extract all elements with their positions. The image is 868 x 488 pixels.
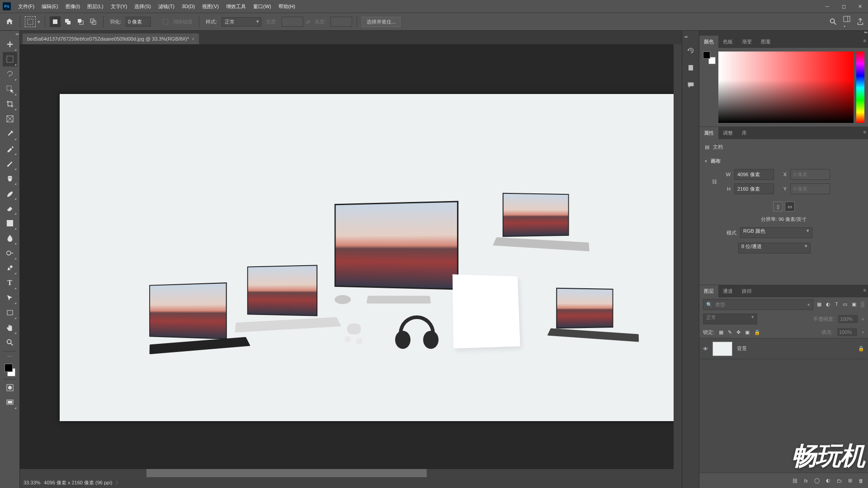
filter-toggle-icon[interactable] <box>861 301 864 308</box>
menu-help[interactable]: 帮助(H) <box>275 1 299 12</box>
lasso-tool[interactable] <box>3 67 17 81</box>
menu-select[interactable]: 选择(S) <box>131 1 155 12</box>
layer-item-background[interactable]: 👁 背景 🔒 <box>699 338 868 359</box>
quick-select-tool[interactable] <box>3 82 17 96</box>
hue-slider[interactable] <box>856 52 864 123</box>
lock-brush-icon[interactable]: ✎ <box>728 329 732 335</box>
panel-menu-icon[interactable]: ≡ <box>863 287 866 293</box>
tab-channels[interactable]: 通道 <box>718 285 737 297</box>
selection-new-icon[interactable] <box>50 16 61 27</box>
brush-tool[interactable] <box>3 156 17 171</box>
canvas-height-input[interactable] <box>734 183 774 194</box>
status-menu-icon[interactable]: 〉 <box>116 479 121 486</box>
frame-tool[interactable] <box>3 112 17 126</box>
tab-color[interactable]: 颜色 <box>699 36 718 48</box>
layer-mask-icon[interactable]: ◯ <box>814 478 820 483</box>
link-wh-icon[interactable]: ⛓ <box>712 179 717 184</box>
search-icon[interactable] <box>829 18 837 26</box>
orientation-landscape-icon[interactable]: ▭ <box>785 202 795 211</box>
selection-add-icon[interactable] <box>62 16 73 27</box>
rectangle-tool[interactable] <box>3 305 17 320</box>
feather-input[interactable] <box>126 17 151 27</box>
horizontal-scrollbar[interactable] <box>20 469 674 477</box>
style-select[interactable]: 正常 <box>222 17 261 27</box>
healing-brush-tool[interactable] <box>3 141 17 156</box>
filter-type-icon[interactable]: T <box>835 301 838 308</box>
color-mode-select[interactable]: RGB 颜色 <box>740 227 812 238</box>
layer-filter-select[interactable]: 🔍 类型 ▾ <box>703 299 813 310</box>
panel-menu-icon[interactable]: ≡ <box>863 38 866 43</box>
tab-patterns[interactable]: 图案 <box>756 36 775 48</box>
tab-gradients[interactable]: 渐变 <box>737 36 756 48</box>
canvas-viewport[interactable] <box>20 44 682 477</box>
share-icon[interactable] <box>856 18 864 26</box>
link-layers-icon[interactable]: ⛓ <box>793 478 797 483</box>
lock-position-icon[interactable]: ✥ <box>736 329 741 335</box>
clone-stamp-tool[interactable] <box>3 171 17 186</box>
workspace-icon[interactable]: ▾ <box>843 15 851 28</box>
canvas-section-label[interactable]: 画布 <box>711 158 721 164</box>
filter-image-icon[interactable]: ▦ <box>817 301 821 308</box>
tab-paths[interactable]: 路径 <box>737 285 756 297</box>
status-zoom[interactable]: 33.33% <box>24 480 40 485</box>
orientation-portrait-icon[interactable]: ▯ <box>773 202 783 211</box>
marquee-tool-indicator-icon[interactable] <box>25 16 36 27</box>
adjustment-layer-icon[interactable]: ◐ <box>826 478 830 483</box>
status-dimensions[interactable]: 4096 像素 x 2160 像素 (96 ppi) <box>44 479 112 486</box>
menu-layer[interactable]: 图层(L) <box>84 1 107 12</box>
fgbg-swatch[interactable] <box>703 52 716 64</box>
menu-image[interactable]: 图像(I) <box>62 1 84 12</box>
lock-artboard-icon[interactable]: ▣ <box>745 329 750 335</box>
selection-subtract-icon[interactable] <box>75 16 86 27</box>
menu-plugins[interactable]: 增效工具 <box>222 1 250 12</box>
path-select-tool[interactable] <box>3 291 17 305</box>
filter-smart-icon[interactable]: ▣ <box>852 301 856 308</box>
selection-intersect-icon[interactable] <box>88 16 99 27</box>
comments-panel-icon[interactable] <box>685 80 696 90</box>
new-layer-icon[interactable]: ⊞ <box>848 478 852 483</box>
menu-file[interactable]: 文件(F) <box>14 1 38 12</box>
bit-depth-select[interactable]: 8 位/通道 <box>738 243 811 253</box>
menu-3d[interactable]: 3D(D) <box>178 2 198 11</box>
libraries-panel-icon[interactable] <box>685 62 696 73</box>
color-field[interactable] <box>718 52 854 123</box>
type-tool[interactable]: T <box>3 276 17 290</box>
zoom-tool[interactable] <box>3 335 17 350</box>
hand-tool[interactable] <box>3 320 17 335</box>
history-brush-tool[interactable] <box>3 186 17 201</box>
layer-lock-icon[interactable]: 🔒 <box>858 346 864 352</box>
window-close-icon[interactable]: ✕ <box>852 0 868 13</box>
layer-name[interactable]: 背景 <box>737 345 747 352</box>
menu-edit[interactable]: 编辑(E) <box>38 1 62 12</box>
filter-adjust-icon[interactable]: ◐ <box>826 301 830 308</box>
menu-type[interactable]: 文字(Y) <box>107 1 131 12</box>
layer-fx-icon[interactable]: fx <box>804 478 808 483</box>
tab-properties[interactable]: 属性 <box>699 127 718 139</box>
color-swatches[interactable] <box>3 362 17 378</box>
home-icon[interactable] <box>4 16 15 28</box>
edit-toolbar-icon[interactable]: ⋯ <box>3 352 17 361</box>
select-and-mask-button[interactable]: 选择并遮住... <box>362 17 401 27</box>
crop-tool[interactable] <box>3 97 17 111</box>
history-panel-icon[interactable] <box>685 45 696 56</box>
screenmode-icon[interactable] <box>3 395 17 410</box>
marquee-tool[interactable] <box>3 52 17 66</box>
dodge-tool[interactable] <box>3 246 17 260</box>
window-maximize-icon[interactable]: ◻ <box>835 0 852 13</box>
tab-swatches[interactable]: 色板 <box>718 36 737 48</box>
layer-visibility-icon[interactable]: 👁 <box>703 346 708 352</box>
gradient-tool[interactable] <box>3 216 17 230</box>
group-icon[interactable]: 🗀 <box>837 478 842 483</box>
panel-menu-icon[interactable]: ≡ <box>863 129 866 135</box>
vertical-scrollbar[interactable] <box>674 44 682 469</box>
filter-shape-icon[interactable]: ▭ <box>843 301 847 308</box>
window-minimize-icon[interactable]: ─ <box>819 0 835 13</box>
delete-layer-icon[interactable]: 🗑 <box>859 478 863 483</box>
menu-view[interactable]: 视图(V) <box>198 1 222 12</box>
eyedropper-tool[interactable] <box>3 127 17 141</box>
menu-window[interactable]: 窗口(W) <box>250 1 275 12</box>
lock-pixels-icon[interactable]: ▦ <box>719 329 723 335</box>
lock-all-icon[interactable]: 🔒 <box>754 329 760 335</box>
document-tab[interactable]: bed5a64d137d787259ebfce0752daaee0509d00d… <box>23 33 199 44</box>
blur-tool[interactable] <box>3 231 17 245</box>
